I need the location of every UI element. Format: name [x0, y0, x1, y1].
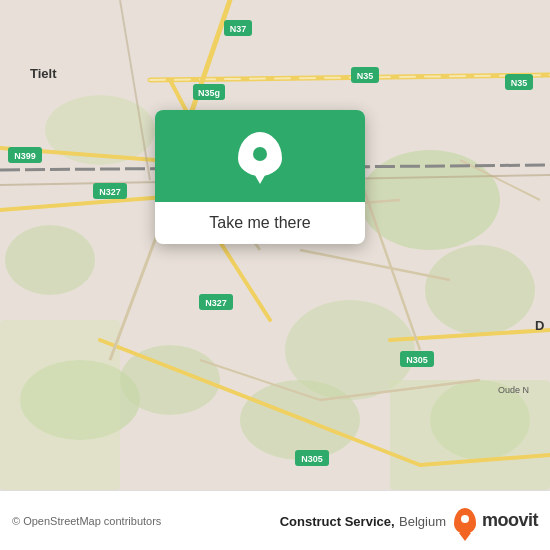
svg-point-4: [425, 245, 535, 335]
location-pin-icon: [238, 132, 282, 184]
svg-text:N305: N305: [406, 355, 428, 365]
svg-text:N327: N327: [205, 298, 227, 308]
svg-text:Oude N: Oude N: [498, 385, 529, 395]
place-info: Construct Service, Belgium: [280, 512, 446, 530]
svg-text:N327: N327: [99, 187, 121, 197]
map-svg: N37 N35g N35 N35 N399 N327 N327 N305 N30…: [0, 0, 550, 490]
svg-text:N35: N35: [511, 78, 528, 88]
bottom-bar: © OpenStreetMap contributors Construct S…: [0, 490, 550, 550]
svg-text:N399: N399: [14, 151, 36, 161]
svg-text:N37: N37: [230, 24, 247, 34]
svg-text:D: D: [535, 318, 544, 333]
attribution: © OpenStreetMap contributors: [12, 515, 272, 527]
take-me-there-button[interactable]: Take me there: [155, 202, 365, 244]
moovit-label: moovit: [482, 510, 538, 531]
svg-rect-10: [390, 380, 550, 490]
moovit-logo: moovit: [454, 508, 538, 534]
map-container: N37 N35g N35 N35 N399 N327 N327 N305 N30…: [0, 0, 550, 490]
map-popup: Take me there: [155, 110, 365, 244]
moovit-pin-icon: [454, 508, 476, 534]
svg-text:N35g: N35g: [198, 88, 220, 98]
place-name: Construct Service,: [280, 514, 395, 529]
place-country: Belgium: [399, 514, 446, 529]
svg-text:N305: N305: [301, 454, 323, 464]
svg-rect-11: [0, 320, 120, 490]
svg-text:N35: N35: [357, 71, 374, 81]
svg-point-6: [5, 225, 95, 295]
popup-header: [155, 110, 365, 202]
svg-text:Tielt: Tielt: [30, 66, 57, 81]
